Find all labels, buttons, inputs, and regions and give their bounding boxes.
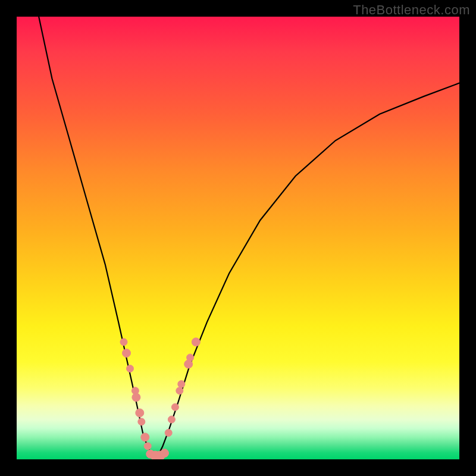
- chart-frame: TheBottleneck.com: [0, 0, 476, 476]
- data-point: [192, 338, 200, 346]
- watermark-text: TheBottleneck.com: [353, 2, 470, 18]
- data-point: [161, 449, 169, 458]
- chart-svg: [17, 17, 459, 459]
- data-point: [168, 416, 175, 423]
- data-point: [120, 339, 127, 346]
- curve-right: [154, 83, 459, 459]
- data-point: [184, 360, 193, 368]
- data-points: [120, 338, 200, 459]
- data-point: [144, 443, 151, 450]
- data-point: [141, 433, 149, 441]
- data-point: [123, 349, 131, 357]
- plot-area: [17, 17, 459, 459]
- data-point: [171, 403, 178, 411]
- data-point: [136, 409, 144, 417]
- data-point: [132, 393, 140, 402]
- data-point: [187, 354, 194, 361]
- data-point: [127, 365, 134, 372]
- data-point: [176, 387, 183, 394]
- data-point: [138, 418, 145, 425]
- data-point: [178, 381, 185, 388]
- data-point: [165, 429, 172, 436]
